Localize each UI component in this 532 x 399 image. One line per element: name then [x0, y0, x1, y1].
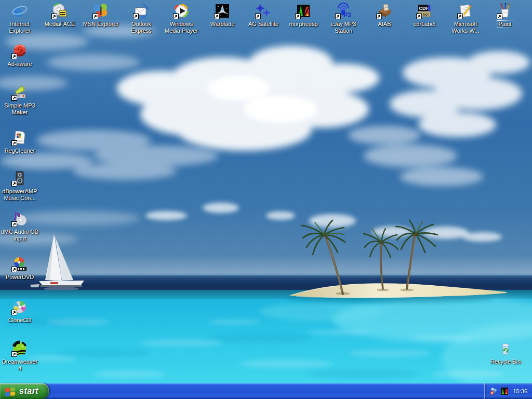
shortcut-arrow-overlay — [416, 14, 422, 19]
icon-label: cdrLabel — [413, 21, 436, 28]
taskbar-empty-area — [49, 383, 484, 399]
shortcut-arrow-overlay — [173, 14, 179, 19]
powerdvd-icon — [11, 256, 28, 272]
desktop-icon-clonecd[interactable]: CloneCD — [0, 299, 41, 324]
ejay-mp3-station-icon: P3 — [335, 3, 352, 19]
shortcut-arrow-overlay — [255, 14, 261, 19]
windows-flag-icon — [5, 386, 16, 397]
morpheusp-icon — [295, 3, 312, 19]
icon-label: Ad-aware — [6, 61, 33, 68]
desktop-icon-simple-mp3-maker[interactable]: Simple MP3 Maker — [0, 84, 41, 116]
cdrlabel-icon: CDRbel — [416, 3, 433, 19]
icon-label: dMC Audio CD Input — [0, 229, 41, 242]
desktop-icon-powerdvd[interactable]: PowerDVD — [0, 256, 41, 281]
icon-label: MediaFACE — [44, 21, 76, 28]
taskbar-clock[interactable]: 15:36 — [513, 388, 527, 394]
shortcut-arrow-overlay — [11, 54, 17, 59]
shortcut-arrow-overlay — [11, 95, 17, 101]
desktop-icon-aiab[interactable]: AIAB — [364, 3, 405, 28]
desktop-icon-windows-media-player[interactable]: Windows Media Player — [161, 3, 202, 34]
desktop-icon-ag-satellite[interactable]: AG Satellite — [243, 3, 284, 28]
dreamweaver-icon — [11, 340, 28, 357]
paint-icon — [497, 3, 513, 19]
aiab-icon — [376, 3, 393, 19]
clonecd-icon — [11, 299, 28, 315]
desktop-icon-dbpoweramp[interactable]: dBpowerAMP Music Con... — [0, 170, 41, 202]
system-tray: 15:36 — [484, 383, 532, 399]
shortcut-arrow-overlay — [11, 351, 17, 357]
icon-label: Outlook Express — [121, 21, 162, 34]
icon-label: Dreamweaver 4 — [0, 358, 41, 372]
taskbar: start 15:36 — [0, 383, 532, 399]
outlook-express-icon — [133, 3, 150, 19]
shortcut-arrow-overlay — [11, 267, 17, 272]
desktop-icon-internet-explorer[interactable]: e Internet Explorer — [0, 3, 41, 34]
shortcut-arrow-overlay — [497, 14, 502, 19]
icon-label: Internet Explorer — [0, 21, 41, 34]
start-button[interactable]: start — [0, 383, 49, 399]
ad-aware-icon — [11, 43, 28, 59]
shortcut-arrow-overlay — [376, 14, 382, 19]
shortcut-arrow-overlay — [92, 14, 98, 19]
desktop-wallpaper — [0, 0, 532, 399]
desktop-icon-warblade[interactable]: Warblade — [202, 3, 243, 28]
icon-label: dBpowerAMP Music Con... — [0, 188, 41, 202]
network-error-tray-icon[interactable] — [489, 387, 498, 395]
shortcut-arrow-overlay — [457, 14, 463, 19]
icon-label: Warblade — [209, 21, 236, 28]
icon-label: morpheusp — [288, 21, 318, 28]
recycle-bin-icon — [497, 340, 514, 357]
icon-label: AIAB — [377, 21, 392, 28]
shortcut-arrow-overlay — [214, 14, 220, 19]
desktop-icon-dreamweaver[interactable]: Dreamweaver 4 — [0, 340, 41, 372]
desktop-icon-cdrlabel[interactable]: CDRbel cdrLabel — [404, 3, 445, 28]
shortcut-arrow-overlay — [11, 181, 17, 187]
dbpoweramp-icon — [11, 170, 28, 187]
msn-explorer-icon — [92, 3, 109, 19]
regcleaner-icon — [11, 129, 28, 146]
desktop-icon-recycle-bin[interactable]: Recycle Bin — [485, 340, 526, 365]
icon-label: Microsoft Works W... — [445, 21, 486, 34]
morpheus-tray-icon[interactable] — [500, 387, 509, 395]
desktop-icon-paint[interactable]: Paint — [484, 3, 526, 28]
icon-label: Windows Media Player — [161, 21, 202, 34]
svg-text:CDR: CDR — [419, 6, 430, 11]
shortcut-arrow-overlay — [11, 221, 17, 227]
shortcut-arrow-overlay — [11, 140, 17, 146]
desktop-icon-mediaface[interactable]: MediaFACE — [39, 3, 81, 28]
svg-text:e: e — [14, 3, 22, 19]
icon-label: PowerDVD — [5, 274, 35, 281]
internet-explorer-icon: e — [11, 3, 28, 19]
icon-label: AG Satellite — [247, 21, 280, 28]
shortcut-arrow-overlay — [133, 14, 139, 19]
warblade-icon — [214, 3, 231, 19]
icon-label: Simple MP3 Maker — [0, 102, 41, 116]
desktop-icon-outlook-express[interactable]: Outlook Express — [121, 3, 162, 34]
shortcut-arrow-overlay — [295, 14, 301, 19]
desktop-icon-ejay-mp3-station[interactable]: P3 eJay MP3 Station — [323, 3, 364, 34]
icon-label: CloneCD — [7, 317, 33, 324]
shortcut-arrow-overlay — [51, 14, 57, 19]
desktop-icon-msn-explorer[interactable]: MSN Explorer — [80, 3, 122, 28]
icon-label: Recycle Bin — [489, 358, 522, 365]
icon-label: MSN Explorer — [82, 21, 119, 28]
mediaface-icon — [51, 3, 68, 19]
desktop-icon-regcleaner[interactable]: RegCleaner — [0, 129, 41, 154]
ag-satellite-icon — [255, 3, 272, 19]
icon-label: RegCleaner — [4, 148, 36, 154]
windows-media-player-icon — [173, 3, 190, 19]
simple-mp3-maker-icon — [11, 84, 28, 101]
microsoft-works-icon — [457, 3, 474, 19]
shortcut-arrow-overlay — [11, 310, 17, 315]
icon-label: eJay MP3 Station — [323, 21, 364, 34]
svg-text:bel: bel — [423, 12, 429, 17]
desktop-icon-ad-aware[interactable]: Ad-aware — [0, 43, 41, 68]
shortcut-arrow-overlay — [335, 14, 341, 19]
dmc-audio-cd-input-icon — [11, 210, 28, 227]
start-button-label: start — [19, 387, 38, 396]
icon-label: Paint — [497, 21, 512, 28]
desktop-icon-dmc-audio-cd-input[interactable]: dMC Audio CD Input — [0, 210, 41, 242]
desktop-icon-morpheusp[interactable]: morpheusp — [283, 3, 324, 28]
desktop-icon-microsoft-works[interactable]: Microsoft Works W... — [445, 3, 486, 34]
svg-text:P3: P3 — [343, 11, 351, 19]
